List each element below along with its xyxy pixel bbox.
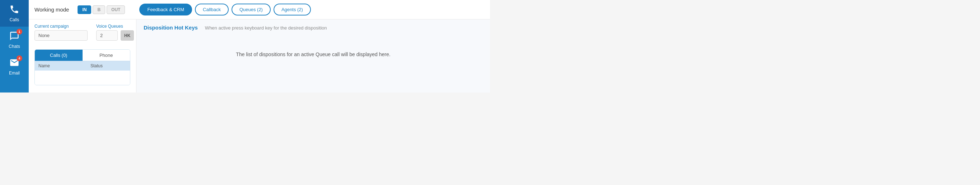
tab-queues[interactable]: Queues (2) xyxy=(232,3,270,16)
right-panel: Disposition Hot Keys When active press k… xyxy=(137,19,490,92)
calls-table: Calls (0) Phone Name Status xyxy=(35,49,130,85)
calls-icon-wrapper xyxy=(10,4,19,17)
disposition-header: Disposition Hot Keys When active press k… xyxy=(143,24,483,31)
body-row: Current campaign Voice Queues HK xyxy=(29,19,490,92)
calls-table-header: Name Status xyxy=(35,61,130,71)
sidebar-item-calls[interactable]: Calls xyxy=(0,0,29,27)
calls-table-body xyxy=(35,71,130,85)
sidebar: Calls 1 Chats 4 Email xyxy=(0,0,29,92)
disposition-body: The list of dispositions for an active Q… xyxy=(143,36,483,72)
voice-queues-label: Voice Queues xyxy=(96,24,134,29)
mode-in-button[interactable]: IN xyxy=(78,5,91,14)
col-name-header: Name xyxy=(35,61,87,71)
hk-button[interactable]: HK xyxy=(121,30,134,41)
phone-tab[interactable]: Phone xyxy=(83,50,130,61)
current-campaign-input[interactable] xyxy=(35,30,88,41)
tab-callback[interactable]: Callback xyxy=(195,3,229,16)
mode-out-button[interactable]: OUT xyxy=(107,5,125,14)
tab-agents[interactable]: Agents (2) xyxy=(274,3,311,16)
mode-b-button[interactable]: B xyxy=(92,5,105,14)
tab-buttons: Feedback & CRM Callback Queues (2) Agent… xyxy=(139,3,310,16)
email-badge: 4 xyxy=(16,55,22,61)
sidebar-item-chats[interactable]: 1 Chats xyxy=(0,27,29,53)
disposition-body-text: The list of dispositions for an active Q… xyxy=(236,51,390,57)
calls-table-tabs: Calls (0) Phone xyxy=(35,50,130,61)
sidebar-calls-label: Calls xyxy=(10,17,19,23)
sidebar-chats-label: Chats xyxy=(9,44,20,49)
col-status-header: Status xyxy=(87,61,130,71)
mode-buttons: IN B OUT xyxy=(78,5,125,14)
main-content: Working mode IN B OUT Feedback & CRM Cal… xyxy=(29,0,490,92)
disposition-title: Disposition Hot Keys xyxy=(143,24,198,31)
header-row: Working mode IN B OUT Feedback & CRM Cal… xyxy=(29,0,490,19)
email-icon-wrapper: 4 xyxy=(10,58,19,71)
sidebar-email-label: Email xyxy=(9,71,20,76)
left-panel: Current campaign Voice Queues HK xyxy=(29,19,137,92)
current-campaign-label: Current campaign xyxy=(35,24,88,29)
tab-feedback-crm[interactable]: Feedback & CRM xyxy=(139,3,192,16)
sidebar-item-email[interactable]: 4 Email xyxy=(0,53,29,80)
chats-badge: 1 xyxy=(16,29,22,35)
chats-icon-wrapper: 1 xyxy=(10,31,19,44)
working-mode-label: Working mode xyxy=(35,6,69,13)
voice-queues-input[interactable] xyxy=(96,30,118,41)
phone-icon xyxy=(10,4,19,14)
disposition-subtitle: When active press keyboard key for the d… xyxy=(205,24,327,31)
calls-tab[interactable]: Calls (0) xyxy=(35,50,83,61)
